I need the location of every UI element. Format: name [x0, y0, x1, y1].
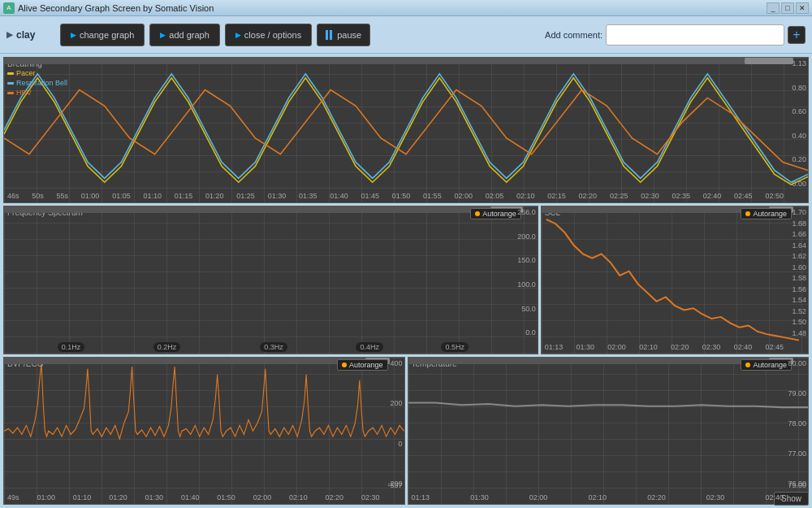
middle-row: Frequency Spectrum Autorange 256.0 200.0…: [3, 206, 809, 354]
comment-label: Add comment:: [545, 30, 603, 40]
pause-button[interactable]: pause: [317, 24, 370, 46]
freq-label-05: 0.5Hz: [441, 342, 469, 352]
maximize-button[interactable]: □: [781, 2, 794, 14]
titlebar: A Alive Secondary Graph Screen by Somati…: [0, 0, 812, 16]
scl-waveform: [542, 206, 808, 354]
user-label: ▶ clay: [6, 29, 55, 41]
add-graph-arrow-icon: ▶: [160, 31, 166, 39]
temperature-chart: Temperature Autorange 80.00 79.00 78.00 …: [408, 357, 810, 506]
freq-label-04: 0.4Hz: [356, 342, 383, 352]
toolbar: ▶ clay ▶ change graph ▶ add graph ▶ clos…: [0, 16, 812, 54]
app-title: Alive Secondary Graph Screen by Somatic …: [18, 3, 214, 13]
close-options-button[interactable]: ▶ close / options: [225, 24, 312, 46]
comment-section: Add comment: +: [545, 24, 806, 46]
breathing-waveform: [4, 58, 808, 202]
app-icon: A: [3, 2, 15, 14]
user-arrow-icon: ▶: [6, 30, 13, 39]
scl-x-axis: 01:13 01:30 02:00 02:10 02:20 02:30 02:4…: [545, 341, 784, 354]
comment-input[interactable]: [606, 24, 784, 46]
change-graph-button[interactable]: ▶ change graph: [60, 24, 145, 46]
legend-pacer: Pacer: [7, 69, 67, 77]
pause-icon: [326, 30, 332, 40]
close-options-arrow-icon: ▶: [235, 31, 241, 39]
bvp-scrollbar[interactable]: [4, 358, 390, 364]
username: clay: [16, 29, 35, 41]
temp-y-axis: 80.00 79.00 78.00 77.00 76.00: [784, 358, 806, 490]
frequency-scrollbar[interactable]: [4, 206, 523, 213]
breathing-chart: Breathing Pacer Respiration Bell HRV 1.1…: [3, 57, 809, 203]
freq-label-01: 0.1Hz: [58, 342, 85, 352]
freq-label-02: 0.2Hz: [153, 342, 181, 352]
breathing-scrollbar[interactable]: [4, 58, 793, 64]
bvp-chart: BVP/ECG Autorange 400 200 0 -200 -537 49…: [3, 357, 405, 506]
add-comment-button[interactable]: +: [788, 26, 806, 44]
frequency-y-axis: 256.0 200.0 150.0 100.0 50.0 0.0: [513, 206, 536, 339]
scl-y-axis: 1.70 1.68 1.66 1.64 1.62 1.60 1.58 1.56 …: [784, 206, 806, 339]
breathing-legend: Pacer Respiration Bell HRV: [7, 69, 67, 97]
frequency-chart: Frequency Spectrum Autorange 256.0 200.0…: [3, 206, 538, 354]
close-button[interactable]: ✕: [796, 2, 809, 14]
temp-waveform: [408, 358, 809, 505]
legend-hrv: HRV: [7, 89, 67, 97]
bvp-x-axis: 49s 01:00 01:10 01:20 01:30 01:40 01:50 …: [7, 491, 380, 504]
breathing-x-axis: 46s 50s 55s 01:00 01:05 01:10 01:15 01:2…: [7, 189, 784, 202]
bvp-bottom-label: -537: [387, 481, 402, 489]
temp-bottom-label: 75.00: [788, 481, 806, 489]
bvp-waveform: [4, 358, 404, 505]
legend-respiration-bell: Respiration Bell: [7, 79, 67, 87]
bvp-y-axis: 400 200 0 -200: [380, 358, 403, 490]
window-controls: _ □ ✕: [767, 2, 809, 14]
change-graph-arrow-icon: ▶: [71, 31, 76, 39]
breathing-y-axis: 1.13 0.80 0.60 0.40 0.20 0.00: [784, 58, 806, 189]
bottom-row: BVP/ECG Autorange 400 200 0 -200 -537 49…: [3, 357, 809, 506]
temp-x-axis: 01:13 01:30 02:00 02:10 02:20 02:30 02:4…: [412, 491, 784, 504]
scl-chart: SCL Autorange 1.70 1.68 1.66 1.64 1.62 1…: [541, 206, 809, 354]
temp-scrollbar[interactable]: [408, 358, 794, 364]
freq-label-03: 0.3Hz: [260, 342, 287, 352]
add-graph-button[interactable]: ▶ add graph: [149, 24, 220, 46]
minimize-button[interactable]: _: [767, 2, 780, 14]
main-content: Breathing Pacer Respiration Bell HRV 1.1…: [0, 54, 812, 508]
